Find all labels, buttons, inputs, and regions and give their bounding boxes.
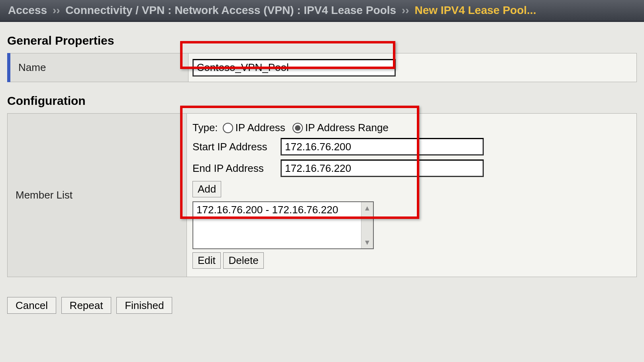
radio-icon: [223, 123, 233, 133]
breadcrumb: Access ›› Connectivity / VPN : Network A…: [0, 0, 644, 22]
start-ip-row: Start IP Address: [192, 138, 631, 155]
end-ip-label: End IP Address: [192, 162, 278, 175]
configuration-title: Configuration: [7, 94, 637, 108]
listbox-scrollbar[interactable]: ▲ ▼: [361, 202, 373, 248]
name-label: Name: [9, 53, 188, 82]
member-listbox[interactable]: 172.16.76.200 - 172.16.76.220 ▲ ▼: [192, 201, 374, 249]
edit-button[interactable]: Edit: [192, 252, 221, 269]
repeat-button[interactable]: Repeat: [61, 297, 112, 314]
radio-ip-range-label: IP Address Range: [305, 122, 389, 134]
configuration-panel: Member List Type: IP Address IP Address …: [7, 113, 637, 277]
breadcrumb-separator: ››: [53, 4, 60, 16]
start-ip-label: Start IP Address: [192, 141, 278, 153]
radio-ip-address-range[interactable]: IP Address Range: [290, 122, 389, 134]
type-row: Type: IP Address IP Address Range: [192, 122, 631, 134]
breadcrumb-separator: ››: [402, 4, 409, 16]
start-ip-input[interactable]: [281, 138, 484, 155]
end-ip-input[interactable]: [281, 159, 484, 177]
cancel-button[interactable]: Cancel: [7, 297, 56, 314]
general-properties-title: General Properties: [7, 34, 637, 47]
finished-button[interactable]: Finished: [116, 297, 172, 314]
list-item[interactable]: 172.16.76.200 - 172.16.76.220: [193, 202, 373, 218]
radio-icon: [293, 123, 303, 133]
end-ip-row: End IP Address: [192, 159, 631, 177]
member-list-label: Member List: [8, 114, 187, 277]
type-label: Type:: [192, 122, 218, 134]
add-button[interactable]: Add: [192, 181, 221, 197]
general-properties-panel: Name: [7, 53, 637, 82]
radio-ip-address[interactable]: IP Address: [220, 122, 285, 134]
footer-buttons: Cancel Repeat Finished: [0, 297, 644, 322]
breadcrumb-level2[interactable]: Connectivity / VPN : Network Access (VPN…: [65, 4, 396, 16]
scroll-up-icon[interactable]: ▲: [361, 202, 373, 214]
radio-ip-address-label: IP Address: [236, 122, 285, 134]
breadcrumb-level1[interactable]: Access: [8, 4, 47, 16]
breadcrumb-current: New IPV4 Lease Pool...: [414, 4, 536, 16]
scroll-down-icon[interactable]: ▼: [361, 236, 373, 248]
name-input[interactable]: [192, 59, 396, 77]
delete-button[interactable]: Delete: [223, 252, 263, 269]
